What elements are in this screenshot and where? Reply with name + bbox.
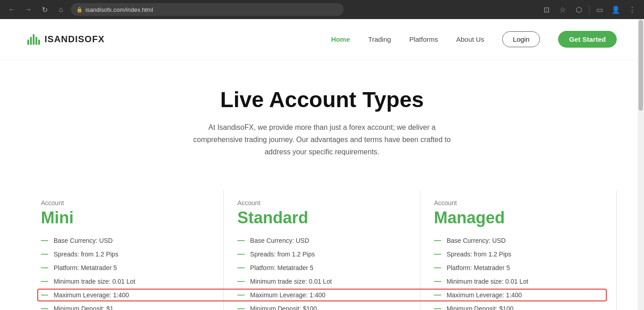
logo-bar-4 <box>35 37 37 45</box>
feature-item-0: —Base Currency: USD <box>434 236 603 245</box>
feature-dash-icon: — <box>237 277 245 285</box>
feature-item-5: —Minimum Deposit: $100 <box>434 305 603 310</box>
account-label: Account <box>41 199 210 207</box>
account-card-standard: AccountStandard—Base Currency: USD—Sprea… <box>224 190 420 310</box>
lock-icon: 🔒 <box>76 7 83 13</box>
feature-item-5: —Minimum Deposit: $100 <box>237 305 406 310</box>
feature-dash-icon: — <box>237 291 245 299</box>
feature-item-1: —Spreads: from 1.2 Pips <box>434 250 603 258</box>
menu-icon[interactable]: ⋮ <box>626 3 639 16</box>
account-card-mini: AccountMini—Base Currency: USD—Spreads: … <box>27 190 224 310</box>
hero-title: Live Account Types <box>9 87 635 112</box>
feature-text: Minimum trade size: 0.01 Lot <box>54 278 135 285</box>
url-text: isandisofx.com/index.html <box>85 6 153 13</box>
feature-item-2: —Platform: Metatrader 5 <box>237 264 406 272</box>
feature-text: Minimum Deposit: $100 <box>250 305 317 310</box>
feature-item-3: —Minimum trade size: 0.01 Lot <box>434 277 603 285</box>
cast-icon[interactable]: ⊡ <box>540 3 553 16</box>
feature-item-4: —Maximum Leverage: 1:400 <box>434 291 603 299</box>
account-features-list: —Base Currency: USD—Spreads: from 1.2 Pi… <box>41 236 210 310</box>
feature-text: Maximum Leverage: 1:400 <box>54 291 129 299</box>
feature-text: Base Currency: USD <box>54 237 113 244</box>
feature-text: Minimum Deposit: $1 <box>54 305 114 310</box>
logo-area[interactable]: ISANDISOFX <box>27 34 105 45</box>
feature-dash-icon: — <box>41 277 48 285</box>
device-icon[interactable]: ▭ <box>593 3 606 16</box>
feature-item-4: —Maximum Leverage: 1:400 <box>237 291 406 299</box>
bookmark-icon[interactable]: ☆ <box>556 3 569 16</box>
cards-wrapper: AccountMini—Base Currency: USD—Spreads: … <box>27 190 617 310</box>
feature-dash-icon: — <box>434 236 441 245</box>
main-nav: Home Trading Platforms About Us Login Ge… <box>331 31 617 48</box>
feature-dash-icon: — <box>237 250 245 258</box>
logo-icon <box>27 34 40 45</box>
feature-text: Minimum trade size: 0.01 Lot <box>447 278 529 285</box>
browser-chrome: ← → ↻ ⌂ 🔒 isandisofx.com/index.html ⊡ ☆ … <box>0 0 644 19</box>
feature-text: Minimum trade size: 0.01 Lot <box>250 278 332 285</box>
feature-text: Spreads: from 1.2 Pips <box>54 251 118 258</box>
feature-dash-icon: — <box>41 291 48 299</box>
hero-section: Live Account Types At IsandisoFX, we pro… <box>0 60 644 177</box>
feature-item-4: —Maximum Leverage: 1:400 <box>41 291 210 299</box>
feature-item-2: —Platform: Metatrader 5 <box>434 264 603 272</box>
scrollbar[interactable] <box>638 19 644 310</box>
feature-item-0: —Base Currency: USD <box>237 236 406 245</box>
home-button[interactable]: ⌂ <box>55 3 67 16</box>
feature-text: Spreads: from 1.2 Pips <box>447 251 511 258</box>
feature-dash-icon: — <box>237 305 245 310</box>
nav-aboutus[interactable]: About Us <box>456 35 484 43</box>
profile-icon[interactable]: 👤 <box>609 3 622 16</box>
divider <box>589 5 589 14</box>
logo-bar-2 <box>30 37 32 45</box>
feature-dash-icon: — <box>41 305 48 310</box>
account-label: Account <box>237 199 406 207</box>
feature-text: Maximum Leverage: 1:400 <box>250 291 325 299</box>
account-features-list: —Base Currency: USD—Spreads: from 1.2 Pi… <box>434 236 603 310</box>
feature-dash-icon: — <box>41 264 48 272</box>
feature-dash-icon: — <box>434 277 441 285</box>
nav-home[interactable]: Home <box>331 35 350 43</box>
account-name: Standard <box>237 208 406 227</box>
feature-dash-icon: — <box>434 250 441 258</box>
feature-item-1: —Spreads: from 1.2 Pips <box>41 250 210 258</box>
nav-trading[interactable]: Trading <box>368 35 391 43</box>
feature-item-1: —Spreads: from 1.2 Pips <box>237 250 406 258</box>
nav-platforms[interactable]: Platforms <box>409 35 438 43</box>
feature-dash-icon: — <box>434 291 441 299</box>
logo-bar-5 <box>38 39 40 45</box>
feature-dash-icon: — <box>237 264 245 272</box>
feature-text: Minimum Deposit: $100 <box>447 305 514 310</box>
scrollbar-thumb[interactable] <box>639 20 643 111</box>
account-card-managed: AccountManaged—Base Currency: USD—Spread… <box>420 190 617 310</box>
feature-text: Platform: Metatrader 5 <box>250 264 313 271</box>
feature-item-3: —Minimum trade size: 0.01 Lot <box>237 277 406 285</box>
account-name: Managed <box>434 208 603 227</box>
back-button[interactable]: ← <box>5 3 18 16</box>
feature-item-2: —Platform: Metatrader 5 <box>41 264 210 272</box>
getstarted-button[interactable]: Get Started <box>558 31 617 48</box>
login-button[interactable]: Login <box>502 31 540 47</box>
feature-text: Spreads: from 1.2 Pips <box>250 251 315 258</box>
account-features-list: —Base Currency: USD—Spreads: from 1.2 Pi… <box>237 236 406 310</box>
address-bar[interactable]: 🔒 isandisofx.com/index.html <box>71 3 344 16</box>
feature-text: Platform: Metatrader 5 <box>447 264 510 271</box>
browser-actions: ⊡ ☆ ⬡ ▭ 👤 ⋮ <box>540 3 639 16</box>
extensions-icon[interactable]: ⬡ <box>573 3 585 16</box>
refresh-button[interactable]: ↻ <box>38 3 51 16</box>
feature-text: Base Currency: USD <box>447 237 506 244</box>
feature-item-5: —Minimum Deposit: $1 <box>41 305 210 310</box>
logo-text: ISANDISOFX <box>45 34 105 44</box>
site-header: ISANDISOFX Home Trading Platforms About … <box>0 19 644 60</box>
feature-text: Base Currency: USD <box>250 237 309 244</box>
feature-item-3: —Minimum trade size: 0.01 Lot <box>41 277 210 285</box>
account-name: Mini <box>41 208 210 227</box>
account-label: Account <box>434 199 603 207</box>
forward-button[interactable]: → <box>22 3 35 16</box>
feature-dash-icon: — <box>41 236 48 245</box>
feature-dash-icon: — <box>41 250 48 258</box>
logo-bar-3 <box>33 34 35 45</box>
feature-text: Maximum Leverage: 1:400 <box>447 291 522 299</box>
logo-bar-1 <box>27 39 29 45</box>
accounts-section: AccountMini—Base Currency: USD—Spreads: … <box>0 177 644 310</box>
feature-text: Platform: Metatrader 5 <box>54 264 117 271</box>
